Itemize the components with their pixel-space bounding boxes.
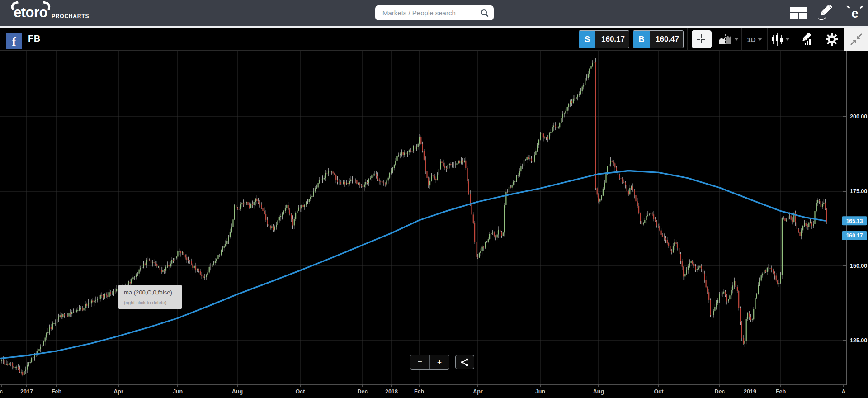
x-axis-label: 2017 bbox=[20, 389, 33, 395]
search-input[interactable] bbox=[382, 9, 480, 17]
x-axis-label: 2019 bbox=[744, 389, 756, 395]
x-axis-label: 2018 bbox=[385, 389, 398, 395]
chevron-down-icon bbox=[734, 38, 739, 41]
compare-chart-button[interactable] bbox=[716, 28, 741, 51]
pencil-icon bbox=[816, 5, 835, 21]
x-axis-label: Dec bbox=[715, 389, 725, 395]
toolbar-divider bbox=[687, 28, 688, 51]
y-axis-label: 175.00 bbox=[850, 188, 867, 194]
toolbar-divider bbox=[575, 28, 575, 51]
axis-layer: c2017FebAprJunAugOctDec2018FebAprJunAugO… bbox=[0, 51, 867, 395]
buy-price: 160.47 bbox=[650, 31, 683, 48]
sell-button[interactable]: S 160.17 bbox=[579, 30, 629, 48]
sell-side-label: S bbox=[579, 31, 595, 48]
price-marker-badges: 165.13160.17 bbox=[842, 216, 867, 240]
timeframe-label: 1D bbox=[747, 36, 755, 43]
draw-pencil-button[interactable] bbox=[815, 5, 836, 20]
x-axis-label: Oct bbox=[296, 389, 306, 395]
x-axis-label: Feb bbox=[776, 389, 786, 395]
x-axis-label: Feb bbox=[414, 389, 425, 395]
candle-bodies-layer bbox=[1, 62, 827, 375]
top-bar: etoro PROCHARTS e bbox=[0, 0, 868, 26]
x-axis-label: Dec bbox=[358, 389, 368, 395]
price-chart-area[interactable]: c2017FebAprJunAugOctDec2018FebAprJunAugO… bbox=[0, 51, 868, 398]
ma-tooltip-hint: (right-click to delete) bbox=[124, 300, 176, 305]
chart-type-button[interactable] bbox=[767, 28, 793, 51]
timeframe-button[interactable]: 1D bbox=[741, 28, 767, 51]
share-button[interactable] bbox=[455, 355, 474, 369]
symbol-label: FB bbox=[28, 33, 41, 44]
x-axis-label: Jun bbox=[535, 389, 545, 395]
x-axis-label: Apr bbox=[113, 389, 123, 395]
x-axis-label: Aug bbox=[232, 389, 243, 395]
compare-chart-icon bbox=[719, 33, 732, 45]
settings-button[interactable] bbox=[819, 28, 844, 51]
ma-tooltip: ma (200,C,0,false) (right-click to delet… bbox=[118, 285, 182, 309]
bull-horn-right-icon bbox=[42, 1, 51, 10]
drawing-tools-button[interactable] bbox=[793, 28, 819, 51]
zoom-out-button[interactable]: − bbox=[410, 355, 429, 369]
price-marker-label: 160.17 bbox=[846, 232, 863, 239]
candle-wicks-layer bbox=[2, 58, 827, 378]
x-axis-label: A bbox=[841, 389, 845, 395]
zoom-controls: − + bbox=[410, 355, 474, 370]
x-axis-label: Apr bbox=[473, 389, 483, 395]
share-icon bbox=[460, 358, 469, 367]
crosshair-button[interactable] bbox=[692, 30, 712, 48]
x-axis-label: Aug bbox=[593, 389, 604, 395]
search-icon[interactable] bbox=[480, 9, 489, 18]
etoro-wordmark: etoro bbox=[14, 5, 47, 20]
y-axis-label: 200.00 bbox=[850, 114, 867, 120]
sell-price: 160.17 bbox=[595, 31, 629, 48]
etoro-bull-icon: e bbox=[846, 5, 864, 21]
search-box[interactable] bbox=[375, 5, 494, 20]
brush-bars-icon bbox=[799, 33, 813, 46]
svg-text:e: e bbox=[851, 6, 859, 20]
chevron-down-icon bbox=[758, 38, 762, 41]
grid-layer bbox=[0, 51, 846, 385]
layout-grid-button[interactable] bbox=[788, 5, 809, 20]
x-axis-label: Jun bbox=[173, 389, 183, 395]
y-axis-label: 125.00 bbox=[850, 337, 867, 344]
chart-toolbar: f FB S 160.17 B 160.47 1D bbox=[0, 28, 868, 51]
y-axis-label: 150.00 bbox=[850, 263, 867, 269]
chevron-down-icon bbox=[785, 38, 790, 41]
price-chart-svg: c2017FebAprJunAugOctDec2018FebAprJunAugO… bbox=[0, 51, 868, 398]
zoom-in-button[interactable]: + bbox=[429, 355, 449, 369]
zoom-button-group: − + bbox=[410, 355, 449, 370]
buy-side-label: B bbox=[633, 31, 650, 48]
etoro-logo[interactable]: etoro PROCHARTS bbox=[14, 5, 89, 20]
layout-grid-icon bbox=[790, 7, 807, 19]
x-axis-label: c bbox=[0, 389, 3, 395]
crosshair-icon bbox=[696, 33, 708, 45]
procharts-label: PROCHARTS bbox=[52, 13, 89, 19]
facebook-icon[interactable]: f bbox=[6, 33, 22, 49]
x-axis-label: Oct bbox=[654, 389, 664, 395]
ma-tooltip-title: ma (200,C,0,false) bbox=[124, 289, 176, 296]
exit-fullscreen-button[interactable] bbox=[844, 28, 868, 51]
x-axis-label: Feb bbox=[52, 389, 62, 395]
buy-button[interactable]: B 160.47 bbox=[633, 30, 684, 48]
price-marker-label: 165.13 bbox=[846, 218, 863, 224]
etoro-bull-button[interactable]: e bbox=[844, 5, 865, 20]
collapse-arrows-icon bbox=[849, 33, 863, 46]
gear-icon bbox=[825, 33, 839, 46]
candlestick-icon bbox=[771, 33, 783, 46]
